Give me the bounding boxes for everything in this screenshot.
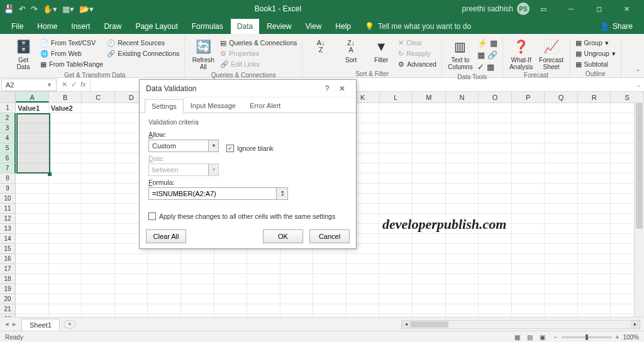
cell[interactable] [49, 214, 82, 224]
cell[interactable] [413, 163, 446, 174]
cell[interactable] [578, 264, 611, 274]
undo-icon[interactable]: ↶ [19, 4, 26, 14]
forecast-sheet-button[interactable]: 📈Forecast Sheet [538, 38, 565, 70]
cell[interactable] [49, 224, 82, 234]
cell[interactable] [16, 174, 49, 184]
cell[interactable] [413, 123, 446, 133]
cell[interactable] [82, 204, 115, 214]
tab-data[interactable]: Data [231, 19, 259, 34]
cell[interactable] [82, 234, 115, 244]
row-header[interactable]: 2 [0, 113, 16, 123]
cell[interactable] [545, 143, 578, 153]
cell[interactable] [214, 264, 248, 274]
cell[interactable] [379, 153, 413, 163]
cell[interactable] [545, 294, 578, 304]
row-header[interactable]: 21 [0, 304, 16, 314]
tab-help[interactable]: Help [329, 19, 357, 34]
cell[interactable] [148, 314, 181, 317]
col-header[interactable]: A [16, 92, 49, 102]
cell[interactable] [512, 103, 545, 113]
cell[interactable] [82, 103, 115, 113]
cell[interactable] [347, 294, 380, 304]
cell[interactable] [413, 304, 446, 314]
close-dialog-icon[interactable]: ✕ [335, 84, 350, 93]
cell[interactable] [446, 143, 479, 153]
cell[interactable] [379, 244, 413, 254]
col-header[interactable]: Q [545, 92, 578, 102]
cell[interactable] [479, 314, 512, 317]
flash-fill-icon[interactable]: ⚡ ▦ [477, 38, 497, 48]
col-header[interactable]: M [413, 92, 446, 102]
cell[interactable] [578, 103, 611, 113]
cell[interactable] [148, 304, 181, 314]
cell[interactable] [181, 274, 214, 284]
ok-button[interactable]: OK [263, 229, 303, 243]
cell[interactable] [379, 143, 413, 153]
tab-draw[interactable]: Draw [97, 19, 128, 34]
cell[interactable] [181, 304, 214, 314]
cell[interactable] [512, 274, 545, 284]
cell[interactable] [16, 113, 49, 123]
cell[interactable] [115, 254, 148, 264]
cell[interactable] [247, 254, 280, 264]
help-icon[interactable]: ? [319, 84, 335, 93]
from-text-csv-button[interactable]: 📄 From Text/CSV [40, 38, 103, 48]
cell[interactable] [82, 214, 115, 224]
col-header[interactable]: O [479, 92, 512, 102]
cell[interactable] [479, 264, 512, 274]
cell[interactable] [49, 113, 82, 123]
row-header[interactable]: 9 [0, 184, 16, 194]
cell[interactable]: Value1 [16, 103, 49, 113]
cell[interactable] [16, 133, 49, 143]
cell[interactable] [49, 174, 82, 184]
cell[interactable] [49, 244, 82, 254]
cell[interactable] [446, 264, 479, 274]
cell[interactable] [578, 174, 611, 184]
formula-field[interactable] [148, 187, 277, 200]
cell[interactable] [115, 274, 148, 284]
cell[interactable] [479, 163, 512, 174]
cell[interactable] [578, 304, 611, 314]
cell[interactable] [413, 194, 446, 204]
row-header[interactable]: 7 [0, 163, 16, 174]
cell[interactable] [512, 234, 545, 244]
cell[interactable] [578, 123, 611, 133]
cell[interactable] [413, 274, 446, 284]
cell[interactable] [16, 204, 49, 214]
cell[interactable] [545, 133, 578, 143]
cell[interactable] [545, 274, 578, 284]
cell[interactable] [578, 194, 611, 204]
cell[interactable] [578, 133, 611, 143]
cell[interactable] [413, 234, 446, 244]
minimize-icon[interactable]: ─ [557, 0, 585, 18]
recent-sources-button[interactable]: 🕘 Recent Sources [107, 38, 179, 48]
cell[interactable] [545, 214, 578, 224]
cell[interactable] [313, 274, 347, 284]
cell[interactable] [446, 123, 479, 133]
cell[interactable] [181, 284, 214, 294]
cell[interactable] [49, 143, 82, 153]
cell[interactable] [280, 274, 314, 284]
cell[interactable] [512, 194, 545, 204]
vertical-scrollbar[interactable] [634, 103, 644, 317]
cell[interactable] [578, 294, 611, 304]
cell[interactable] [82, 123, 115, 133]
cell[interactable] [148, 264, 181, 274]
cell[interactable] [413, 113, 446, 123]
cell[interactable] [148, 294, 181, 304]
cell[interactable] [379, 184, 413, 194]
save-icon[interactable]: 💾 [4, 4, 14, 14]
cell[interactable] [280, 284, 314, 294]
cell[interactable] [82, 143, 115, 153]
cell[interactable] [379, 254, 413, 264]
col-header[interactable]: L [380, 92, 413, 102]
cell[interactable] [512, 294, 545, 304]
next-sheet-icon[interactable]: ▸ [13, 320, 16, 328]
tab-input-message[interactable]: Input Message [184, 99, 243, 113]
col-header[interactable]: C [82, 92, 115, 102]
touch-mode-icon[interactable]: ✋▾ [43, 4, 57, 14]
cell[interactable] [181, 254, 214, 264]
fx-icon[interactable]: fx [80, 80, 86, 89]
zoom-in-icon[interactable]: + [616, 334, 619, 341]
chevron-down-icon[interactable]: ▼ [47, 82, 52, 88]
